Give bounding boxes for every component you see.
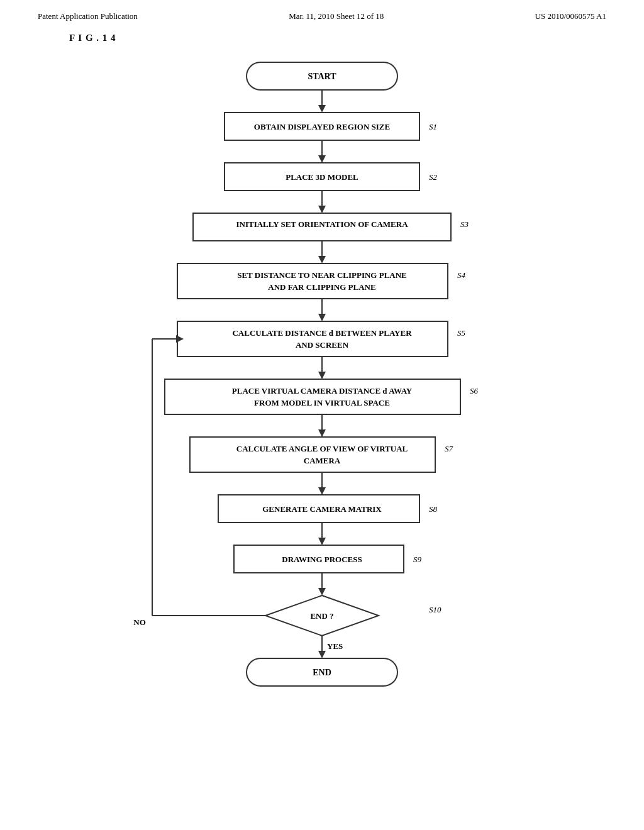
svg-text:S2: S2: [429, 172, 438, 182]
svg-text:S5: S5: [457, 328, 466, 338]
svg-marker-8: [318, 155, 326, 163]
svg-text:YES: YES: [327, 641, 343, 651]
flowchart: START OBTAIN DISPLAYED REGION SIZE S1 PL…: [0, 50, 644, 785]
svg-text:S7: S7: [445, 444, 453, 453]
svg-text:S10: S10: [429, 605, 441, 614]
header: Patent Application Publication Mar. 11, …: [0, 0, 644, 21]
svg-text:INITIALLY SET ORIENTATION OF C: INITIALLY SET ORIENTATION OF CAMERA: [236, 219, 408, 229]
svg-text:CALCULATE ANGLE OF VIEW OF VIR: CALCULATE ANGLE OF VIEW OF VIRTUAL: [236, 444, 408, 453]
svg-marker-13: [318, 206, 326, 213]
svg-text:END: END: [313, 668, 331, 677]
svg-text:CALCULATE DISTANCE d BETWEEN P: CALCULATE DISTANCE d BETWEEN PLAYER: [232, 328, 412, 338]
svg-text:FROM MODEL IN VIRTUAL SPACE: FROM MODEL IN VIRTUAL SPACE: [254, 398, 390, 407]
svg-text:CAMERA: CAMERA: [304, 456, 341, 465]
svg-marker-36: [318, 429, 326, 437]
svg-rect-37: [190, 437, 435, 472]
svg-marker-52: [318, 588, 326, 595]
flowchart-svg: START OBTAIN DISPLAYED REGION SIZE S1 PL…: [102, 50, 542, 785]
svg-marker-42: [318, 487, 326, 495]
svg-marker-57: [318, 651, 326, 658]
header-middle: Mar. 11, 2010 Sheet 12 of 18: [289, 11, 384, 21]
svg-text:AND SCREEN: AND SCREEN: [296, 340, 349, 350]
svg-rect-19: [177, 263, 448, 299]
svg-text:AND FAR CLIPPING PLANE: AND FAR CLIPPING PLANE: [268, 282, 375, 292]
svg-rect-31: [165, 379, 460, 414]
header-left: Patent Application Publication: [38, 11, 138, 21]
svg-text:GENERATE CAMERA MATRIX: GENERATE CAMERA MATRIX: [262, 504, 382, 514]
svg-text:S4: S4: [457, 270, 466, 280]
fig-label: F I G . 1 4: [69, 33, 644, 43]
svg-marker-3: [318, 105, 326, 113]
svg-text:END ?: END ?: [310, 611, 333, 621]
svg-text:S3: S3: [460, 219, 469, 229]
svg-text:S6: S6: [470, 386, 479, 396]
svg-text:PLACE VIRTUAL CAMERA DISTANCE : PLACE VIRTUAL CAMERA DISTANCE d AWAY: [232, 386, 413, 396]
svg-text:START: START: [308, 72, 336, 81]
svg-text:S9: S9: [413, 555, 422, 564]
svg-text:S8: S8: [429, 504, 438, 514]
svg-text:S1: S1: [429, 122, 437, 131]
svg-marker-18: [318, 256, 326, 263]
svg-text:PLACE 3D MODEL: PLACE 3D MODEL: [286, 172, 358, 182]
svg-text:NO: NO: [133, 617, 146, 627]
svg-text:OBTAIN DISPLAYED REGION SIZE: OBTAIN DISPLAYED REGION SIZE: [254, 122, 390, 131]
svg-rect-25: [177, 321, 448, 357]
svg-marker-24: [318, 314, 326, 321]
svg-text:DRAWING PROCESS: DRAWING PROCESS: [282, 555, 362, 564]
svg-text:SET DISTANCE TO NEAR CLIPPING : SET DISTANCE TO NEAR CLIPPING PLANE: [237, 270, 407, 280]
header-right: US 2010/0060575 A1: [535, 11, 606, 21]
svg-marker-47: [318, 538, 326, 545]
svg-marker-30: [318, 372, 326, 379]
